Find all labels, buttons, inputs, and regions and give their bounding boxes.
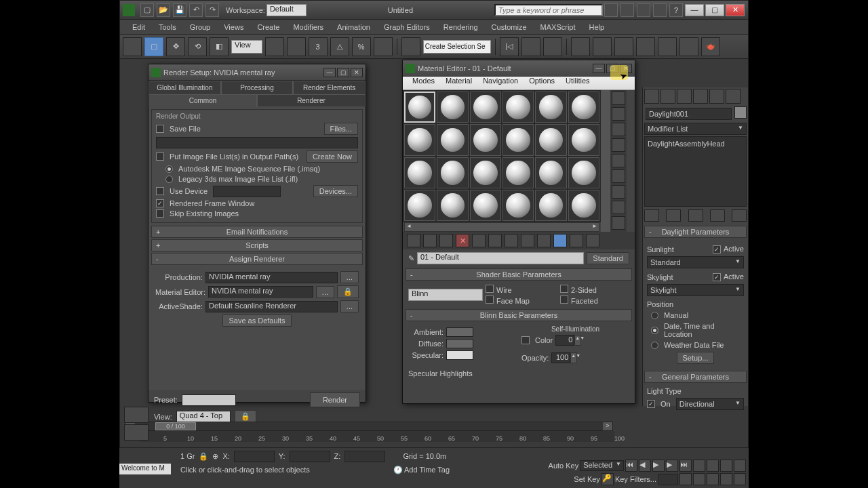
x-field[interactable]: [234, 451, 275, 462]
material-slot[interactable]: [502, 92, 534, 123]
render-icon[interactable]: [679, 37, 698, 56]
diffuse-swatch[interactable]: [446, 339, 473, 348]
light-kind-select[interactable]: Directional: [676, 398, 744, 410]
face-map-checkbox[interactable]: [486, 296, 494, 304]
select-icon[interactable]: ▢: [144, 37, 163, 56]
help-search-input[interactable]: [494, 4, 603, 16]
named-sel-icon[interactable]: [401, 37, 420, 56]
eyedropper-icon[interactable]: ✎: [408, 254, 414, 263]
selection-set-input[interactable]: [423, 40, 491, 54]
position-weather-radio[interactable]: [651, 342, 658, 349]
viewport-config-icon[interactable]: [124, 424, 149, 441]
mat-close-button[interactable]: ✕: [620, 64, 632, 73]
save-defaults-button[interactable]: Save as Defaults: [222, 314, 291, 327]
menu-animation[interactable]: Animation: [330, 23, 377, 31]
nav-fov-icon[interactable]: [707, 473, 719, 485]
key-icon[interactable]: 🔑: [601, 473, 614, 485]
menu-rendering[interactable]: Rendering: [437, 23, 485, 31]
modify-tab-icon[interactable]: [660, 89, 675, 104]
mat-menu-options[interactable]: Options: [524, 77, 560, 89]
two-sided-checkbox[interactable]: [560, 285, 568, 293]
material-slot[interactable]: [535, 190, 566, 221]
render-setup-titlebar[interactable]: Render Setup: NVIDIA mental ray — ▢ ✕: [149, 64, 366, 81]
mat-max-button[interactable]: ▢: [606, 64, 618, 73]
menu-tools[interactable]: Tools: [152, 23, 183, 31]
timeline-ruler[interactable]: 0510152025303540455055606570758085909510…: [140, 431, 614, 442]
play-icon[interactable]: ▶: [652, 460, 665, 472]
pivot-icon[interactable]: [265, 37, 284, 56]
use-device-checkbox[interactable]: [156, 187, 164, 195]
lock-icon[interactable]: 🔒: [199, 452, 208, 461]
render-frame-icon[interactable]: [658, 37, 677, 56]
mateditor-lock-button[interactable]: 🔒: [337, 285, 359, 298]
activeshade-browse-button[interactable]: ...: [340, 300, 359, 312]
display-tab-icon[interactable]: [709, 89, 724, 104]
time-next-button[interactable]: >: [603, 422, 612, 430]
key-icon[interactable]: [620, 3, 634, 17]
mat-menu-material[interactable]: Material: [440, 77, 477, 89]
sunlight-type-select[interactable]: Standard: [647, 256, 744, 268]
shader-type-select[interactable]: Blinn: [408, 289, 483, 301]
align-icon[interactable]: [521, 37, 540, 56]
time-slider[interactable]: < 0 / 100 >: [125, 422, 613, 431]
material-slot[interactable]: [568, 157, 599, 188]
assign-renderer-rollup[interactable]: -Assign Renderer: [151, 253, 363, 265]
get-material-icon[interactable]: [407, 234, 420, 247]
show-map-icon[interactable]: [537, 234, 551, 247]
imsq-radio[interactable]: [165, 165, 173, 173]
redo-icon[interactable]: ↷: [205, 3, 219, 17]
time-config-icon[interactable]: [679, 473, 692, 485]
material-slot[interactable]: [470, 124, 501, 155]
material-slot[interactable]: [404, 190, 435, 221]
y-field[interactable]: [290, 451, 330, 462]
tab-global-illumination[interactable]: Global Illumination: [149, 81, 221, 94]
menu-views[interactable]: Views: [217, 23, 250, 31]
menu-create[interactable]: Create: [250, 23, 286, 31]
show-end-result-icon[interactable]: [553, 234, 567, 247]
save-icon[interactable]: 💾: [173, 3, 186, 17]
rendered-frame-checkbox[interactable]: [156, 199, 164, 207]
material-slot[interactable]: [404, 124, 435, 155]
material-slot[interactable]: [568, 124, 599, 155]
material-slot[interactable]: [470, 190, 501, 221]
pin-stack-icon[interactable]: [644, 209, 659, 222]
set-key-button[interactable]: Set Key: [574, 475, 600, 483]
material-slot[interactable]: [437, 124, 468, 155]
make-copy-icon[interactable]: [472, 234, 486, 247]
assign-to-sel-icon[interactable]: [439, 234, 453, 247]
sample-uv-icon[interactable]: [612, 138, 625, 152]
percent-snap-icon[interactable]: %: [352, 37, 371, 56]
create-now-button[interactable]: Create Now: [307, 150, 358, 163]
next-frame-icon[interactable]: ▶: [666, 460, 678, 472]
email-rollup[interactable]: +Email Notifications: [151, 226, 363, 238]
scripts-rollup[interactable]: +Scripts: [151, 239, 363, 251]
position-date-radio[interactable]: [651, 327, 658, 334]
maximize-button[interactable]: ▢: [705, 4, 724, 16]
make-unique-icon[interactable]: [488, 234, 502, 247]
nav-pan-icon[interactable]: [693, 460, 705, 472]
wire-checkbox[interactable]: [486, 285, 494, 293]
menu-maxscript[interactable]: MAXScript: [534, 23, 583, 31]
material-slot[interactable]: [502, 124, 534, 155]
render-button[interactable]: Render: [310, 392, 360, 407]
teapot-icon[interactable]: 🫖: [701, 37, 720, 56]
video-color-icon[interactable]: [612, 154, 625, 167]
prev-frame-icon[interactable]: ◀: [639, 460, 651, 472]
auto-key-button[interactable]: Auto Key: [549, 462, 579, 470]
tab-processing[interactable]: Processing: [221, 81, 294, 94]
material-editor-titlebar[interactable]: Material Editor - 01 - Default — ▢ ✕: [403, 60, 635, 77]
mateditor-browse-button[interactable]: ...: [316, 286, 334, 298]
light-on-checkbox[interactable]: [647, 400, 655, 408]
binoculars-icon[interactable]: [604, 3, 618, 17]
snap-toggle-icon[interactable]: 3: [309, 37, 328, 56]
manipulate-icon[interactable]: [287, 37, 306, 56]
menu-edit[interactable]: Edit: [125, 23, 152, 31]
key-filters-button[interactable]: Key Filters...: [615, 475, 656, 483]
material-name-select[interactable]: 01 - Default: [417, 252, 584, 264]
material-editor-icon[interactable]: [614, 37, 633, 56]
render-close-button[interactable]: ✕: [351, 68, 363, 77]
material-slot[interactable]: [535, 157, 566, 188]
nav-walk-icon[interactable]: [720, 473, 732, 485]
go-sibling-icon[interactable]: [586, 234, 599, 247]
go-parent-icon[interactable]: [570, 234, 583, 247]
